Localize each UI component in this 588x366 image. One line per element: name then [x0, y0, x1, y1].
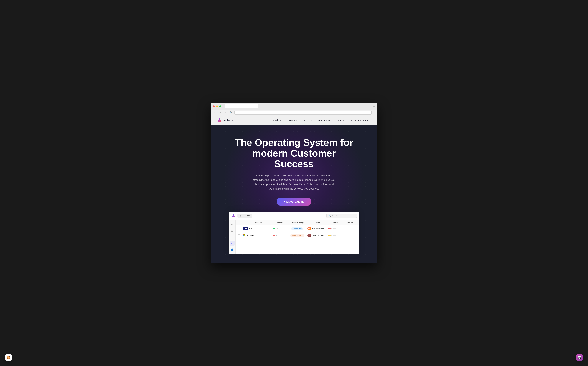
hero-section: The Operating System for modern Customer…: [211, 125, 377, 263]
col-pulse[interactable]: Pulse: [328, 221, 343, 224]
owner-cell-visa: RB Rosa Baldwin: [307, 227, 328, 230]
resources-chevron-icon: ▾: [329, 119, 330, 121]
sidebar-people-icon[interactable]: 👤: [230, 247, 235, 252]
company-name-microsoft: Microsoft: [246, 234, 254, 236]
browser-more-button[interactable]: ···: [373, 111, 375, 114]
col-account[interactable]: Account: [243, 221, 273, 224]
browser-toolbar: ← → ↻ 🔍 ···: [211, 110, 377, 115]
pulse-dot-m3: [331, 235, 332, 236]
lifecycle-cell-microsoft: Implementation: [287, 234, 307, 237]
logo-text: velaris: [224, 118, 233, 122]
back-button[interactable]: ←: [213, 110, 217, 115]
owner-cell-microsoft: TD Tove Doroteja: [307, 234, 328, 237]
nav-demo-button[interactable]: Request a demo: [348, 118, 371, 123]
app-body: ⊞ ▦ ⊹ ⊡ 👤 Account Health: [229, 220, 359, 254]
pulse-dot-m1: [328, 235, 329, 236]
col-health[interactable]: Health: [273, 221, 287, 224]
search-placeholder: Search: [332, 215, 338, 217]
mac-window: + ··· ← → ↻ 🔍 ···: [211, 103, 377, 263]
address-bar[interactable]: [225, 104, 258, 108]
pulse-dot-m4: [333, 235, 334, 236]
accounts-table: Account Health Lifecycle Stage Owner Pul…: [236, 220, 359, 254]
lifecycle-badge-microsoft: Implementation: [290, 234, 305, 237]
sidebar-chart-icon[interactable]: ⊹: [230, 235, 235, 239]
row-checkbox-visa[interactable]: [238, 228, 240, 230]
solutions-chevron-icon: ▾: [298, 119, 299, 121]
nav-right: Log In Request a demo: [338, 118, 371, 123]
search-icon: 🔍: [229, 110, 233, 115]
nav-resources[interactable]: Resources ▾: [316, 118, 332, 123]
health-value-visa: 7.6: [275, 227, 278, 230]
page-content: velaris Product ▾ Solutions ▾ Careers Re…: [211, 115, 377, 263]
search-box[interactable]: 🔍 Search: [326, 214, 357, 218]
main-nav: velaris Product ▾ Solutions ▾ Careers Re…: [211, 115, 377, 125]
tab-bar: +: [225, 104, 371, 108]
pulse-dot-m2: [329, 235, 331, 236]
table-row: Microsoft 3.5 Implementation: [236, 232, 359, 239]
app-logo-icon: [231, 214, 236, 218]
app-preview: ⊞ Accounts 🔍 Search ⊞: [229, 212, 359, 254]
table-header: Account Health Lifecycle Stage Owner Pul…: [236, 220, 359, 225]
traffic-light-yellow[interactable]: [216, 106, 218, 107]
svg-marker-1: [232, 214, 235, 217]
logo[interactable]: velaris: [217, 118, 233, 123]
app-sidebar: ⊞ ▦ ⊹ ⊡ 👤: [229, 220, 236, 254]
owner-name-microsoft: Tove Doroteja: [312, 234, 324, 236]
pulse-cell-microsoft: [328, 235, 343, 236]
product-chevron-icon: ▾: [282, 119, 282, 121]
health-dot-microsoft: [273, 235, 275, 236]
nav-links: Product ▾ Solutions ▾ Careers Resources …: [271, 118, 332, 123]
company-cell-microsoft: Microsoft: [243, 234, 273, 237]
health-cell-microsoft: 3.5: [273, 234, 287, 236]
cookie-button[interactable]: 🍪: [5, 354, 12, 361]
col-mrr[interactable]: Total MR: [343, 221, 357, 224]
url-bar[interactable]: [234, 111, 372, 114]
logo-icon: [217, 118, 222, 123]
login-button[interactable]: Log In: [338, 119, 345, 122]
traffic-light-green[interactable]: [219, 106, 221, 107]
avatar-rosa: RB: [307, 227, 311, 230]
more-options[interactable]: ···: [372, 105, 375, 108]
nav-solutions[interactable]: Solutions ▾: [286, 118, 301, 123]
health-value-microsoft: 3.5: [275, 234, 278, 236]
lifecycle-badge-visa: Onboarding: [291, 227, 303, 230]
table-row: VISA VISA 7.6 Onboarding: [236, 225, 359, 232]
col-owner[interactable]: Owner: [307, 221, 328, 224]
accounts-tab-label: Accounts: [242, 215, 250, 217]
pulse-dot-1: [328, 228, 329, 229]
hero-subtitle: Velaris helps Customer Success teams und…: [250, 174, 338, 191]
app-header: ⊞ Accounts 🔍 Search: [229, 212, 359, 220]
sidebar-accounts-icon[interactable]: ⊡: [230, 241, 235, 246]
search-icon: 🔍: [329, 215, 331, 217]
sidebar-grid-icon[interactable]: ⊞: [230, 222, 235, 227]
title-bar: + ···: [211, 103, 377, 110]
company-cell-visa: VISA VISA: [243, 227, 273, 230]
cookie-icon: 🍪: [7, 356, 11, 359]
accounts-tab[interactable]: ⊞ Accounts: [237, 214, 252, 218]
chat-icon: 💬: [578, 356, 581, 359]
nav-careers[interactable]: Careers: [302, 118, 314, 123]
visa-logo: VISA: [243, 227, 248, 230]
pulse-cell-visa: [328, 228, 343, 229]
refresh-button[interactable]: ↻: [223, 110, 228, 115]
chat-button[interactable]: 💬: [576, 354, 583, 361]
pulse-dot-3: [331, 228, 332, 229]
sidebar-table-icon[interactable]: ▦: [230, 228, 235, 233]
microsoft-logo: [243, 234, 245, 237]
pulse-dot-2: [329, 228, 331, 229]
pulse-dot-4: [333, 228, 334, 229]
health-cell-visa: 7.6: [273, 227, 287, 230]
traffic-light-red[interactable]: [213, 106, 215, 107]
col-lifecycle[interactable]: Lifecycle Stage: [287, 221, 307, 224]
lifecycle-cell-visa: Onboarding: [287, 227, 307, 230]
hero-title: The Operating System for modern Customer…: [233, 137, 355, 169]
forward-button[interactable]: →: [218, 110, 222, 115]
row-checkbox-microsoft[interactable]: [238, 234, 240, 236]
hero-cta-button[interactable]: Request a demo: [277, 198, 311, 206]
nav-product[interactable]: Product ▾: [271, 118, 285, 123]
avatar-tove: TD: [307, 234, 311, 237]
pulse-dot-5: [335, 228, 336, 229]
owner-name-visa: Rosa Baldwin: [312, 227, 324, 230]
new-tab-button[interactable]: +: [259, 105, 262, 108]
health-dot-visa: [273, 228, 275, 229]
